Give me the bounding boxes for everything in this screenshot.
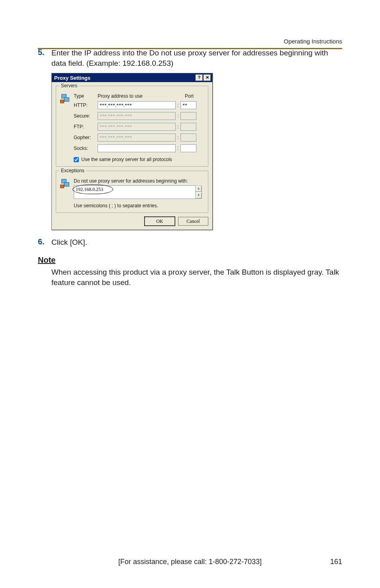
scroll-down-icon[interactable]: ▼ — [196, 193, 202, 199]
socks-address-input[interactable] — [98, 144, 176, 152]
gopher-address-input — [98, 134, 176, 142]
gopher-port-input — [180, 134, 196, 142]
secure-address-input — [98, 112, 176, 120]
colon: : — [176, 124, 180, 130]
colon: : — [176, 135, 180, 140]
ftp-address-input — [98, 123, 176, 131]
footer-assistance-text: [For assistance, please call: 1-800-272-… — [118, 558, 262, 566]
socks-port-input[interactable] — [180, 144, 196, 152]
row-secure-label: Secure: — [74, 113, 98, 119]
exceptions-scrollbar[interactable]: ▲ ▼ — [196, 185, 202, 199]
row-ftp-label: FTP: — [74, 124, 98, 130]
step-6-text: Click [OK]. — [51, 237, 87, 248]
exceptions-instruction: Do not use proxy server for addresses be… — [74, 178, 204, 184]
colon: : — [176, 113, 180, 119]
colon: : — [176, 146, 180, 151]
header-divider — [38, 48, 342, 49]
col-type-label: Type — [74, 93, 98, 99]
row-socks: Socks: : — [74, 144, 204, 152]
servers-header-row: Type Proxy address to use Port — [74, 93, 204, 99]
note-heading: Note — [38, 256, 342, 265]
step-5: 5. Enter the IP address into the Do not … — [38, 48, 342, 68]
col-port-label: Port — [185, 93, 204, 99]
step-5-text: Enter the IP address into the Do not use… — [51, 48, 342, 68]
note-body: When accessing this product via a proxy … — [51, 267, 342, 287]
exceptions-network-icon — [60, 178, 71, 189]
close-icon[interactable]: ✕ — [204, 75, 211, 81]
step-6: 6. Click [OK]. — [38, 237, 342, 248]
dialog-title: Proxy Settings — [54, 75, 90, 81]
header-section-label: Operating Instructions — [284, 38, 342, 45]
col-addr-label: Proxy address to use — [98, 93, 180, 99]
same-proxy-checkbox-row: Use the same proxy server for all protoc… — [74, 157, 204, 162]
footer-page-number: 161 — [330, 558, 342, 566]
row-ftp: FTP: : — [74, 123, 204, 131]
ftp-port-input — [180, 123, 196, 131]
exceptions-group: Exceptions Do not use proxy server for a… — [56, 171, 208, 213]
help-icon[interactable]: ? — [196, 75, 203, 81]
secure-port-input — [180, 112, 196, 120]
servers-group: Servers Type Proxy address to use — [56, 86, 208, 167]
exceptions-textarea[interactable] — [74, 185, 196, 199]
servers-group-label: Servers — [59, 83, 79, 88]
row-secure: Secure: : — [74, 112, 204, 120]
row-gopher: Gopher: : — [74, 134, 204, 142]
dialog-title-bar[interactable]: Proxy Settings ? ✕ — [52, 73, 212, 82]
proxy-settings-dialog: Proxy Settings ? ✕ Servers — [51, 73, 213, 230]
row-http-label: HTTP: — [74, 102, 98, 108]
ok-button[interactable]: OK — [145, 217, 175, 226]
step-5-number: 5. — [38, 48, 51, 68]
http-port-input[interactable] — [180, 101, 196, 109]
http-address-input[interactable] — [98, 101, 176, 109]
same-proxy-checkbox[interactable] — [74, 157, 79, 162]
servers-network-icon — [60, 93, 71, 104]
step-6-number: 6. — [38, 237, 51, 248]
row-http: HTTP: : — [74, 101, 204, 109]
cancel-button[interactable]: Cancel — [178, 217, 208, 226]
row-gopher-label: Gopher: — [74, 135, 98, 140]
exceptions-group-label: Exceptions — [59, 168, 86, 173]
same-proxy-checkbox-label: Use the same proxy server for all protoc… — [81, 157, 172, 162]
exceptions-hint: Use semicolons ( ; ) to separate entries… — [74, 203, 204, 208]
colon: : — [176, 102, 180, 108]
row-socks-label: Socks: — [74, 146, 98, 151]
scroll-up-icon[interactable]: ▲ — [196, 186, 202, 192]
